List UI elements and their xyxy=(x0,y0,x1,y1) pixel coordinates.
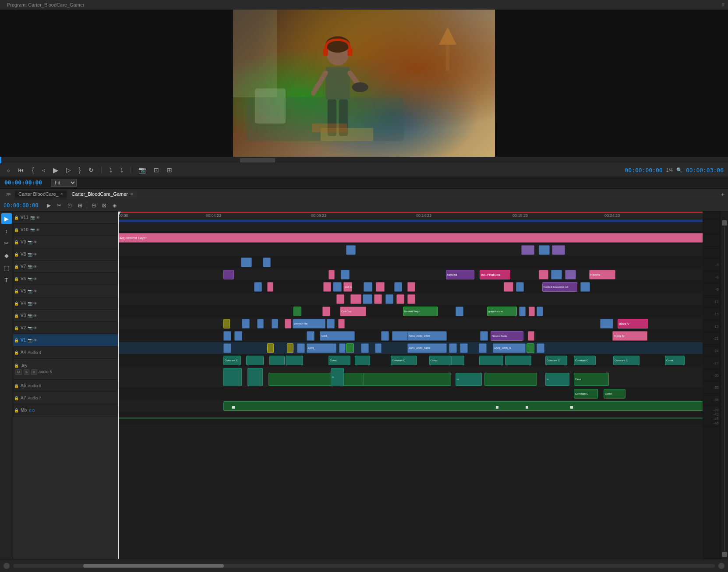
clip-v7-small-1[interactable] xyxy=(223,270,234,279)
clip-v6-end[interactable] xyxy=(580,282,590,292)
clip-v7-purple[interactable] xyxy=(565,270,576,279)
tab-carter-bloodcare-gamer[interactable]: Carter_BloodCare_Gamer ≡ xyxy=(68,191,137,198)
clip-v9-2[interactable] xyxy=(521,245,534,255)
tool-cut-button[interactable]: ✂ xyxy=(1,238,12,248)
audio-clip-a4-9[interactable] xyxy=(451,356,464,365)
overlay-button[interactable]: ⤵ xyxy=(118,166,125,174)
clip-v1-blue6[interactable] xyxy=(449,343,457,353)
play-pause-button[interactable]: ▶ xyxy=(51,165,60,175)
clip-v2-blue2[interactable] xyxy=(234,331,242,341)
audio-clip-a4-1[interactable]: Constant C xyxy=(223,356,241,365)
audio-clip-a4-2[interactable] xyxy=(246,356,264,365)
audio-clip-a5-6[interactable]: fn xyxy=(456,373,482,386)
eye-v11[interactable]: 👁 xyxy=(36,215,40,220)
clip-v3-pink2[interactable] xyxy=(338,319,345,328)
tool-select-button[interactable]: ▶ xyxy=(1,213,12,224)
clip-v3-blue2[interactable] xyxy=(257,319,264,328)
clip-nested-seq-v2[interactable]: Nested Sequ xyxy=(491,331,523,341)
eye-v9[interactable]: 👁 xyxy=(33,240,37,244)
tool-text-button[interactable]: T xyxy=(1,275,12,285)
eye-v10[interactable]: 👁 xyxy=(36,228,40,232)
lock-a5[interactable]: 🔒 xyxy=(14,364,19,368)
eye-v8[interactable]: 👁 xyxy=(33,252,37,257)
tool-zoom-button[interactable]: ⬚ xyxy=(1,262,12,273)
h-scrollbar-thumb[interactable] xyxy=(83,564,223,568)
clip-v1-a001[interactable]: A001_ xyxy=(307,343,336,353)
scroll-left-indicator[interactable] xyxy=(4,563,10,569)
clip-v2-blue1[interactable] xyxy=(223,331,231,341)
clip-v5-pink2[interactable] xyxy=(350,294,361,304)
mark-in-button[interactable]: ⬦ xyxy=(4,166,12,174)
clip-v5-blue[interactable] xyxy=(363,294,372,304)
clip-v1-blue1[interactable] xyxy=(223,343,231,353)
clip-v4-blue[interactable] xyxy=(456,307,463,316)
clip-v4-blue3[interactable] xyxy=(537,307,543,316)
clip-v6-blue2[interactable] xyxy=(333,282,342,292)
clip-v6-c2[interactable] xyxy=(376,282,385,292)
tab-close-1[interactable]: × xyxy=(60,191,63,196)
mute-a5[interactable]: M xyxy=(15,369,22,375)
clip-nested-seq-v4[interactable]: Nested Sequ xyxy=(403,307,438,316)
lock-v11[interactable]: 🔒 xyxy=(14,215,19,220)
audio-clip-a4-15[interactable]: Const xyxy=(665,356,685,365)
clip-v1-blue7[interactable] xyxy=(460,343,468,353)
lock-v6[interactable]: 🔒 xyxy=(14,277,19,281)
multi-cam-button[interactable]: ⊞ xyxy=(165,166,174,174)
cam-v3[interactable]: 📷 xyxy=(28,314,32,318)
clip-v3-blue5[interactable] xyxy=(600,319,613,328)
clip-v9-3[interactable] xyxy=(539,245,550,255)
audio-clip-a5-9[interactable]: Const xyxy=(574,373,609,386)
clip-black-v[interactable]: Black V xyxy=(618,319,648,328)
eye-v7[interactable]: 👁 xyxy=(33,265,37,269)
clip-v5-pink4[interactable] xyxy=(396,294,404,304)
lock-v4[interactable]: 🔒 xyxy=(14,301,19,306)
eye-v5[interactable]: 👁 xyxy=(33,289,37,293)
add-sequence-button[interactable]: + xyxy=(721,191,724,198)
clip-v8-2[interactable] xyxy=(263,258,271,267)
clip-v5-pink[interactable] xyxy=(336,294,344,304)
clip-v2-blue3[interactable] xyxy=(307,331,315,341)
lock-v8[interactable]: 🔒 xyxy=(14,252,19,257)
tl-linked-selection[interactable]: ⊠ xyxy=(100,201,108,209)
audio-clip-a4-10[interactable] xyxy=(479,356,503,365)
lock-v2[interactable]: 🔒 xyxy=(14,326,19,330)
tl-markers[interactable]: ◈ xyxy=(111,201,118,209)
clip-v1-green1[interactable] xyxy=(346,343,354,353)
clip-v6-pink[interactable] xyxy=(267,282,273,292)
tl-tool-track-select[interactable]: ⊡ xyxy=(66,201,74,209)
audio-clip-a5-1[interactable] xyxy=(223,368,242,386)
expand-panels-button[interactable]: ≫ xyxy=(4,191,13,197)
h-scrollbar-track[interactable] xyxy=(13,564,715,568)
clip-adjustment-layer[interactable]: Adjustment Layer xyxy=(118,233,703,243)
audio-clip-a7-main[interactable] xyxy=(223,401,703,411)
clip-a001-a092-v2[interactable]: A001_A092_0420 xyxy=(407,331,447,341)
cam-v4[interactable]: 📷 xyxy=(28,301,32,306)
lock-mix[interactable]: 🔒 xyxy=(14,408,19,413)
tl-snap-toggle[interactable]: ⊟ xyxy=(90,201,98,209)
clip-v7-pink[interactable] xyxy=(329,270,335,279)
cam-v7[interactable]: 📷 xyxy=(28,265,32,269)
lock-a7[interactable]: 🔒 xyxy=(14,396,19,400)
clip-v7-pink2[interactable] xyxy=(539,270,548,279)
fit-dropdown[interactable]: Fit 25% 50% 75% 100% xyxy=(51,179,77,187)
clip-v9-1[interactable] xyxy=(346,245,356,255)
clip-v3-yl[interactable] xyxy=(223,319,230,328)
loop-button[interactable]: ↻ xyxy=(86,166,96,174)
lock-v7[interactable]: 🔒 xyxy=(14,265,19,269)
eye-v2[interactable]: 👁 xyxy=(33,326,37,330)
clip-v1-a001-a005[interactable]: A001_A005_0 xyxy=(493,343,526,353)
audio-clip-a5-8[interactable]: fn xyxy=(545,373,569,386)
clip-v1-blue4[interactable] xyxy=(361,343,369,353)
audio-clip-a4-13[interactable]: Constant C xyxy=(574,356,596,365)
audio-clip-a4-3[interactable] xyxy=(269,356,285,365)
lock-v10[interactable]: 🔒 xyxy=(14,228,19,232)
eye-v4[interactable]: 👁 xyxy=(33,301,37,306)
audio-clip-a4-4[interactable] xyxy=(286,356,303,365)
record-a5[interactable]: R xyxy=(31,369,37,375)
lock-a6[interactable]: 🔒 xyxy=(14,384,19,388)
clip-v6-blue[interactable] xyxy=(254,282,262,292)
clip-v5-blue2[interactable] xyxy=(385,294,393,304)
clip-v6-c3[interactable] xyxy=(407,282,415,292)
tool-slip-button[interactable]: ◆ xyxy=(1,250,12,261)
clip-v6-b[interactable] xyxy=(394,282,402,292)
